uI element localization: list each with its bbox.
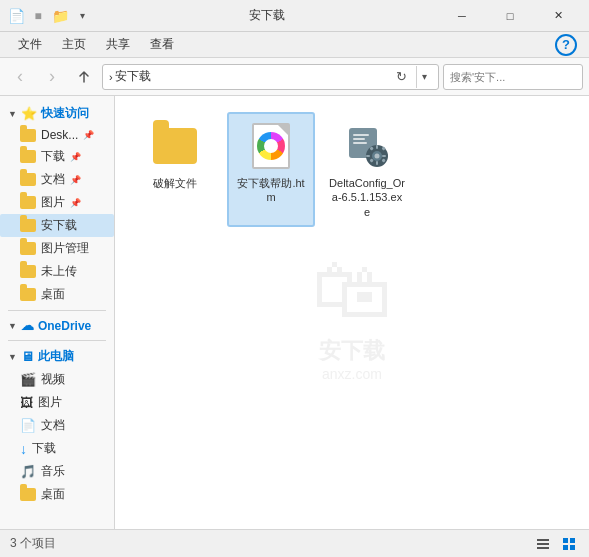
window-title: 安下载 (94, 7, 439, 24)
address-dropdown-button[interactable]: ▾ (416, 66, 432, 88)
menu-share[interactable]: 共享 (96, 32, 140, 57)
sidebar-item-label: 图片 (41, 194, 65, 211)
sidebar-item-upload[interactable]: 未上传 (0, 260, 114, 283)
minimize-button[interactable]: ─ (439, 0, 485, 32)
title-bar: 📄 ■ 📁 ▾ 安下载 ─ □ ✕ (0, 0, 589, 32)
file-icon-exe (343, 122, 391, 170)
sidebar-item-desktop3[interactable]: 桌面 (0, 483, 114, 506)
svg-rect-15 (537, 539, 549, 541)
refresh-button[interactable]: ↻ (390, 66, 412, 88)
document-icon: 📄 (20, 418, 36, 433)
main-area: ▼ ⭐ 快速访问 Desk... 📌 下载 📌 文档 📌 图片 (0, 96, 589, 529)
svg-rect-17 (537, 547, 549, 549)
sidebar-quick-access-header[interactable]: ▼ ⭐ 快速访问 (0, 102, 114, 125)
pin-icon: 📌 (83, 130, 94, 140)
help-button[interactable]: ? (555, 34, 577, 56)
detail-view-button[interactable] (559, 534, 579, 554)
sidebar-item-pictures-pin[interactable]: 图片 📌 (0, 191, 114, 214)
view-controls (533, 534, 579, 554)
list-view-button[interactable] (533, 534, 553, 554)
sidebar-item-desktop[interactable]: Desk... 📌 (0, 125, 114, 145)
search-bar[interactable]: 🔍 (443, 64, 583, 90)
address-bar[interactable]: › 安下载 ↻ ▾ (102, 64, 439, 90)
search-input[interactable] (450, 71, 588, 83)
watermark-url: anxz.com (312, 366, 392, 382)
download-icon: ↓ (20, 441, 27, 457)
sidebar-divider (8, 310, 106, 311)
menu-view[interactable]: 查看 (140, 32, 184, 57)
svg-rect-21 (570, 545, 575, 550)
sidebar-item-label: 下载 (32, 440, 56, 457)
dropdown-tb-icon[interactable]: ▾ (74, 8, 90, 24)
this-pc-label: 此电脑 (38, 348, 74, 365)
expand-icon: ▼ (8, 109, 17, 119)
file-item-htm[interactable]: 安下载帮助.htm (227, 112, 315, 227)
doc-icon: 📄 (8, 8, 24, 24)
cloud-icon: ☁ (21, 318, 34, 333)
svg-rect-1 (353, 134, 369, 136)
star-icon: ⭐ (21, 106, 37, 121)
sidebar-this-pc-header[interactable]: ▼ 🖥 此电脑 (0, 345, 114, 368)
file-item-exe[interactable]: DeltaConfig_Ora-6.5.1.153.exe (323, 112, 411, 227)
sidebar-item-downloads[interactable]: ↓ 下载 (0, 437, 114, 460)
sidebar-item-label: 文档 (41, 171, 65, 188)
sidebar-item-videos[interactable]: 🎬 视频 (0, 368, 114, 391)
breadcrumb: › 安下载 (109, 68, 386, 85)
file-grid: 破解文件 安下载帮助.htm (131, 112, 573, 227)
sidebar-onedrive-header[interactable]: ▼ ☁ OneDrive (0, 315, 114, 336)
sidebar-section-onedrive: ▼ ☁ OneDrive (0, 315, 114, 336)
sidebar-item-downloads-pin[interactable]: 下载 📌 (0, 145, 114, 168)
svg-rect-6 (376, 161, 378, 165)
svg-rect-16 (537, 543, 549, 545)
svg-rect-2 (353, 138, 365, 140)
folder-icon (20, 129, 36, 142)
up-button[interactable] (70, 63, 98, 91)
sidebar-item-label: 图片管理 (41, 240, 89, 257)
svg-point-14 (375, 154, 380, 159)
title-bar-icons: 📄 ■ 📁 ▾ (8, 8, 90, 24)
status-bar: 3 个项目 (0, 529, 589, 557)
folder-icon (20, 219, 36, 232)
breadcrumb-icon: › (109, 71, 113, 83)
htm-inner-white (264, 139, 278, 153)
music-icon: 🎵 (20, 464, 36, 479)
menu-home[interactable]: 主页 (52, 32, 96, 57)
pin-icon: 📌 (70, 198, 81, 208)
file-name-cracked: 破解文件 (153, 176, 197, 190)
watermark: 🛍 安下载 anxz.com (312, 244, 392, 382)
sidebar-item-music[interactable]: 🎵 音乐 (0, 460, 114, 483)
sidebar-item-desktop2[interactable]: 桌面 (0, 283, 114, 306)
sidebar-item-label: 下载 (41, 148, 65, 165)
sidebar-divider-2 (8, 340, 106, 341)
save-icon: ■ (30, 8, 46, 24)
svg-rect-19 (570, 538, 575, 543)
sidebar-section-quick-access: ▼ ⭐ 快速访问 Desk... 📌 下载 📌 文档 📌 图片 (0, 102, 114, 306)
watermark-bag-icon: 🛍 (312, 244, 392, 336)
exe-svg-icon (345, 124, 389, 168)
sidebar-item-label: 视频 (41, 371, 65, 388)
forward-button[interactable]: › (38, 63, 66, 91)
folder-icon (20, 265, 36, 278)
file-icon-cracked (151, 122, 199, 170)
sidebar-item-label: 未上传 (41, 263, 77, 280)
file-item-cracked[interactable]: 破解文件 (131, 112, 219, 227)
sidebar-item-documents-pin[interactable]: 文档 📌 (0, 168, 114, 191)
folder-icon (20, 150, 36, 163)
folder-icon (20, 288, 36, 301)
sidebar-section-this-pc: ▼ 🖥 此电脑 🎬 视频 🖼 图片 📄 文档 ↓ 下载 🎵 (0, 345, 114, 506)
sidebar-item-label: 音乐 (41, 463, 65, 480)
content-area: 🛍 安下载 anxz.com 破解文件 (115, 96, 589, 529)
close-button[interactable]: ✕ (535, 0, 581, 32)
maximize-button[interactable]: □ (487, 0, 533, 32)
quick-access-label: 快速访问 (41, 105, 89, 122)
sidebar-item-pictures[interactable]: 🖼 图片 (0, 391, 114, 414)
sidebar-item-anzaixa[interactable]: 安下载 (0, 214, 114, 237)
sidebar-item-documents[interactable]: 📄 文档 (0, 414, 114, 437)
sidebar-item-picmanager[interactable]: 图片管理 (0, 237, 114, 260)
menu-bar: 文件 主页 共享 查看 ? (0, 32, 589, 58)
breadcrumb-current: 安下载 (115, 68, 151, 85)
back-button[interactable]: ‹ (6, 63, 34, 91)
menu-file[interactable]: 文件 (8, 32, 52, 57)
pin-icon: 📌 (70, 152, 81, 162)
htm-inner (257, 132, 285, 160)
